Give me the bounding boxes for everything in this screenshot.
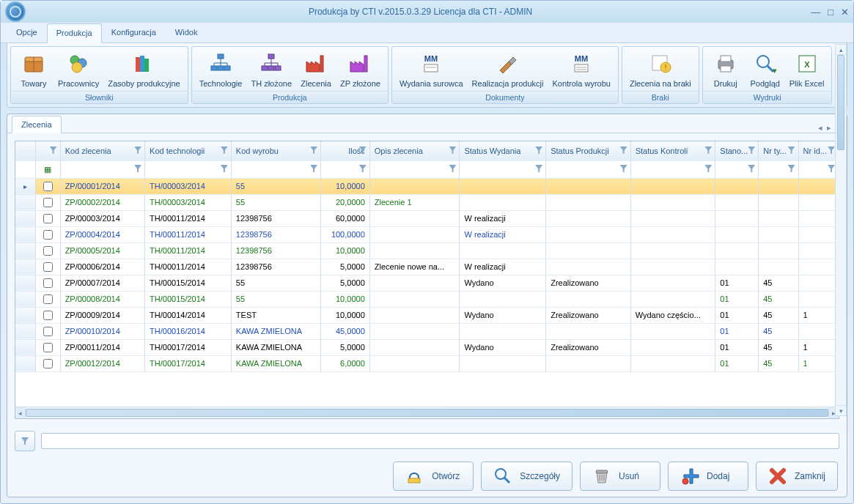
row-checkbox-cell[interactable] [35,355,60,371]
filter-icon[interactable] [704,165,712,174]
col-filter-cell[interactable] [546,160,630,178]
row-checkbox-cell[interactable] [35,210,60,226]
table-row[interactable]: ZP/00005/2014TH/00011/20141239875610,000… [15,242,839,259]
col-filter-cell[interactable] [369,160,460,178]
action-details[interactable]: Szczegóły [481,462,573,491]
scroll-thumb-v[interactable] [837,114,844,150]
col-header[interactable] [35,141,60,160]
row-checkbox-cell[interactable] [35,194,60,210]
ribbon-excel[interactable]: XPlik Excel [785,48,829,91]
ribbon-books[interactable]: Zasoby produkcyjne [103,48,184,91]
col-header[interactable]: Status Produkcji [546,141,630,160]
ribbon-mm[interactable]: MMWydania surowca [395,48,468,91]
row-checkbox-cell[interactable] [35,339,60,355]
col-filter-cell[interactable] [715,160,759,178]
col-filter-cell[interactable] [60,160,144,178]
tab-zlecenia[interactable]: Zlecenia [12,116,62,133]
filter-icon[interactable] [359,147,367,155]
row-checkbox[interactable] [43,230,53,240]
col-filter-cell[interactable] [460,160,546,178]
col-filter-cell[interactable] [145,160,232,178]
row-checkbox-cell[interactable] [35,291,60,307]
col-filter-cell[interactable] [15,160,35,178]
ribbon-org[interactable]: Technologie [195,48,247,91]
row-checkbox[interactable] [43,327,53,336]
row-checkbox-cell[interactable] [35,226,60,242]
row-checkbox-cell[interactable] [35,307,60,323]
col-header[interactable]: Status Kontroli [630,141,715,160]
table-row[interactable]: ZP/00004/2014TH/00011/201412398756100,00… [15,226,839,242]
menu-widok[interactable]: Widok [166,23,207,42]
col-filter-cell[interactable]: ▦ [35,160,60,178]
filter-icon[interactable] [748,147,755,155]
ribbon-factory[interactable]: Zlecenia [296,48,336,91]
table-row[interactable]: ▸ZP/00001/2014TH/00003/20145510,0000 [15,178,839,194]
scroll-thumb-h[interactable] [26,409,828,417]
table-row[interactable]: ZP/00012/2014TH/00017/2014KAWA ZMIELONA6… [15,355,839,371]
table-row[interactable]: ZP/00007/2014TH/00015/2014555,0000Wydano… [15,275,839,291]
filter-icon[interactable] [310,165,317,174]
row-checkbox[interactable] [43,294,53,304]
maximize-button[interactable]: □ [828,7,833,18]
action-close[interactable]: Zamknij [756,462,838,491]
row-checkbox-cell[interactable] [35,178,60,194]
col-filter-cell[interactable] [630,160,715,178]
filter-icon[interactable] [828,165,835,174]
filter-icon[interactable] [50,147,57,155]
col-header[interactable]: Opis zlecenia [369,141,460,160]
ribbon-people[interactable]: Pracownicy [54,48,103,91]
horizontal-scrollbar[interactable]: ◂ ▸ [15,407,839,418]
scroll-left-arrow[interactable]: ◂ [15,407,26,418]
row-checkbox[interactable] [43,198,53,207]
menu-opcje[interactable]: Opcje [7,23,47,42]
filter-icon[interactable] [134,147,141,155]
filter-icon[interactable] [535,147,542,155]
row-checkbox[interactable] [43,311,53,320]
close-window-button[interactable]: ✕ [841,7,849,18]
col-header[interactable]: Kod wyrobu [231,141,320,160]
row-checkbox[interactable] [43,262,53,272]
menu-konfiguracja[interactable]: Konfiguracja [102,23,166,42]
table-row[interactable]: ZP/00011/2014TH/00017/2014KAWA ZMIELONA5… [15,339,839,355]
row-checkbox[interactable] [43,343,53,352]
filter-icon[interactable] [828,147,835,155]
tab-nav-prev[interactable]: ◂ [818,123,822,133]
vertical-scrollbar[interactable]: ▴ ▾ [835,114,847,416]
col-header[interactable]: Kod zlecenia [60,141,144,160]
col-header[interactable]: Status Wydania [460,141,546,160]
filter-icon[interactable] [620,165,627,174]
ribbon-mm2[interactable]: MMKontrola wyrobu [548,48,615,91]
table-row[interactable]: ZP/00003/2014TH/00011/20141239875660,000… [15,210,839,226]
filter-input[interactable] [41,433,839,449]
ribbon-preview[interactable]: ▾Podgląd [746,48,785,91]
row-checkbox-cell[interactable] [35,242,60,259]
filter-icon[interactable] [221,147,228,155]
col-header[interactable]: Nr ty... [759,141,798,160]
data-grid[interactable]: Kod zleceniaKod technologiiKod wyrobuIlo… [15,141,839,407]
row-checkbox-cell[interactable] [35,259,60,275]
col-header[interactable] [15,141,35,160]
row-checkbox[interactable] [43,278,53,288]
col-header[interactable]: Kod technologii [145,141,232,160]
minimize-button[interactable]: — [811,7,820,18]
col-header[interactable]: Stano... [715,141,759,160]
row-checkbox[interactable] [43,359,53,368]
row-checkbox[interactable] [43,214,53,223]
ribbon-org2[interactable]: TH złożone [246,48,296,91]
table-row[interactable]: ZP/00009/2014TH/00014/2014TEST10,0000Wyd… [15,307,839,323]
filter-icon[interactable] [134,165,141,174]
row-checkbox[interactable] [43,182,53,191]
filter-icon[interactable] [620,147,627,155]
filter-icon[interactable] [788,165,795,174]
table-row[interactable]: ZP/00002/2014TH/00003/20145520,0000Zlece… [15,194,839,210]
table-row[interactable]: ZP/00008/2014TH/00015/20145510,00000145 [15,291,839,307]
action-add[interactable]: Dodaj [668,462,748,491]
table-row[interactable]: ZP/00006/2014TH/00011/2014123987565,0000… [15,259,839,275]
filter-button[interactable] [15,431,35,451]
clear-filter-icon[interactable]: ▦ [44,165,51,174]
row-checkbox-cell[interactable] [35,323,60,339]
filter-icon[interactable] [704,147,712,155]
menu-produkcja[interactable]: Produkcja [47,23,102,43]
filter-icon[interactable] [359,165,367,174]
col-header[interactable]: Nr id... [798,141,838,160]
